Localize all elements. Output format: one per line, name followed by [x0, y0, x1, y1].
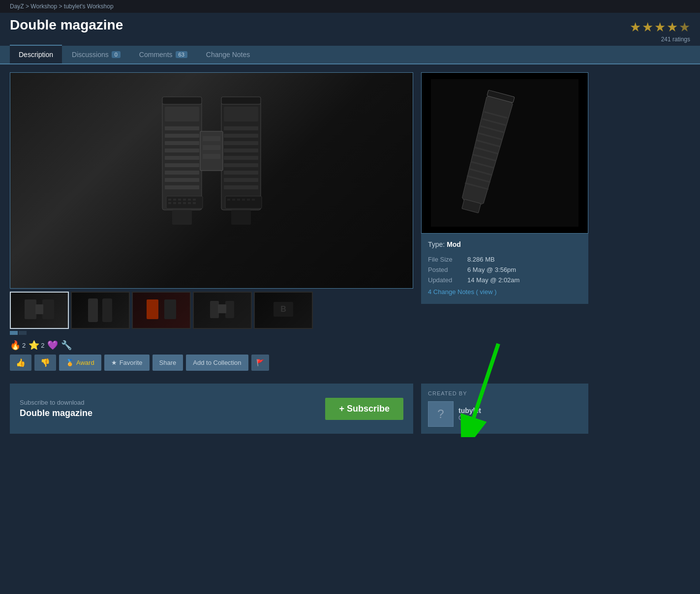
info-table: File Size 8.286 MB Posted 6 May @ 3:56pm…	[428, 254, 581, 297]
scroll-dot-active	[10, 331, 18, 335]
emoji-row: 🔥 2 ⭐ 2 💜 🔧	[10, 340, 413, 351]
favorite-button[interactable]: ★ Favorite	[104, 355, 150, 371]
subscribe-section: Subscribe to download Double magazine + …	[10, 384, 413, 434]
svg-rect-5	[165, 148, 199, 152]
thumbnail-5[interactable]: B	[254, 292, 313, 329]
thumbnail-3[interactable]	[132, 292, 191, 329]
svg-rect-14	[224, 107, 258, 121]
svg-rect-22	[224, 178, 258, 182]
main-image[interactable]	[10, 72, 413, 289]
svg-rect-54	[102, 298, 112, 322]
creator-name[interactable]: tubylet	[458, 407, 481, 415]
page-header: Double magazine ★ ★ ★ ★ ★ 241 ratings	[0, 13, 700, 46]
svg-rect-43	[225, 196, 262, 208]
award-button[interactable]: 🏅 Award	[59, 355, 101, 371]
svg-rect-1	[165, 107, 199, 121]
svg-rect-17	[224, 141, 258, 145]
add-to-collection-button[interactable]: Add to Collection	[186, 355, 248, 371]
breadcrumb-workshop[interactable]: Workshop	[30, 3, 57, 10]
action-buttons: 👍 👎 🏅 Award ★ Favorite Share Add to Coll…	[10, 355, 413, 371]
created-by-section: CREATED BY ? tubylet Offline	[421, 384, 588, 434]
svg-rect-31	[168, 199, 171, 201]
file-size-row: File Size 8.286 MB	[428, 254, 581, 265]
bottom-wrapper: Subscribe to download Double magazine + …	[0, 384, 700, 444]
svg-rect-11	[172, 210, 192, 225]
svg-rect-32	[173, 199, 176, 201]
svg-rect-40	[183, 202, 186, 204]
left-column: B 🔥 2 ⭐ 2 💜 🔧	[10, 72, 413, 376]
preview-svg	[431, 79, 578, 227]
thumbnail-2[interactable]	[71, 292, 130, 329]
svg-rect-59	[218, 304, 226, 313]
preview-image[interactable]	[421, 72, 588, 234]
svg-rect-56	[164, 299, 176, 319]
svg-rect-2	[165, 126, 199, 130]
creator-avatar[interactable]: ?	[428, 401, 454, 427]
svg-rect-4	[165, 141, 199, 145]
svg-rect-42	[193, 202, 196, 204]
posted-row: Posted 6 May @ 3:56pm	[428, 265, 581, 275]
emoji-wrench: 🔧	[61, 340, 72, 351]
svg-rect-57	[210, 301, 219, 318]
right-column: Type: Mod File Size 8.286 MB Posted 6 Ma…	[421, 72, 588, 376]
star-5: ★	[679, 20, 690, 35]
star-2: ★	[642, 20, 653, 35]
svg-rect-20	[224, 163, 258, 167]
svg-rect-45	[232, 199, 235, 201]
star-1: ★	[630, 20, 641, 35]
emoji-fire: 🔥 2	[10, 340, 26, 351]
svg-rect-3	[165, 134, 199, 138]
svg-rect-34	[183, 199, 186, 201]
svg-rect-27	[203, 136, 220, 141]
svg-rect-36	[193, 199, 196, 201]
thumbnail-4[interactable]	[193, 292, 252, 329]
subscribe-button[interactable]: + Subscribe	[325, 398, 403, 420]
tab-discussions[interactable]: Discussions 0	[63, 46, 129, 63]
svg-text:B: B	[280, 305, 286, 313]
ratings-count: 241 ratings	[661, 36, 690, 43]
subscribe-label: Subscribe to download	[20, 399, 92, 406]
svg-rect-50	[25, 299, 36, 319]
svg-rect-35	[188, 199, 191, 201]
breadcrumb-workshop-name[interactable]: tubylet's Workshop	[64, 3, 114, 10]
creator-status: Offline	[458, 415, 481, 421]
svg-rect-33	[178, 199, 181, 201]
svg-rect-6	[165, 156, 199, 160]
svg-rect-8	[165, 171, 199, 175]
info-panel: Type: Mod File Size 8.286 MB Posted 6 Ma…	[421, 234, 588, 304]
svg-rect-55	[147, 299, 158, 319]
star-rating: ★ ★ ★ ★ ★	[630, 20, 690, 35]
thumbs-up-button[interactable]: 👍	[10, 355, 31, 371]
created-by-title: CREATED BY	[428, 390, 581, 396]
emoji-star: ⭐ 2	[29, 340, 44, 351]
svg-rect-7	[165, 163, 199, 167]
svg-rect-25	[221, 97, 261, 104]
change-notes-link[interactable]: 4 Change Notes	[428, 288, 474, 296]
thumbnail-strip: B	[10, 292, 413, 329]
type-value: Mod	[447, 240, 461, 248]
svg-rect-37	[168, 202, 171, 204]
main-content: B 🔥 2 ⭐ 2 💜 🔧	[0, 64, 700, 384]
thumbs-down-button[interactable]: 👎	[34, 355, 56, 371]
subscribe-title: Double magazine	[20, 408, 92, 418]
subscribe-text: Subscribe to download Double magazine	[20, 399, 92, 418]
svg-rect-15	[224, 126, 258, 130]
share-button[interactable]: Share	[152, 355, 183, 371]
flag-button[interactable]: 🚩	[251, 355, 269, 371]
svg-rect-44	[227, 199, 230, 201]
thumbnail-1[interactable]	[10, 292, 69, 329]
tab-change-notes[interactable]: Change Notes	[197, 46, 259, 63]
svg-rect-10	[165, 185, 199, 189]
breadcrumb-dayz[interactable]: DayZ	[10, 3, 24, 10]
view-link[interactable]: ( view )	[476, 288, 497, 296]
star-3: ★	[654, 20, 666, 35]
svg-rect-52	[35, 304, 43, 314]
svg-rect-47	[242, 199, 245, 201]
tabs-bar: Description Discussions 0 Comments 63 Ch…	[0, 46, 700, 64]
tab-comments[interactable]: Comments 63	[130, 46, 196, 63]
svg-rect-51	[42, 299, 54, 319]
magazine-illustration	[148, 82, 275, 279]
tab-description[interactable]: Description	[10, 45, 62, 63]
discussions-badge: 0	[112, 51, 121, 58]
svg-rect-24	[231, 210, 251, 225]
